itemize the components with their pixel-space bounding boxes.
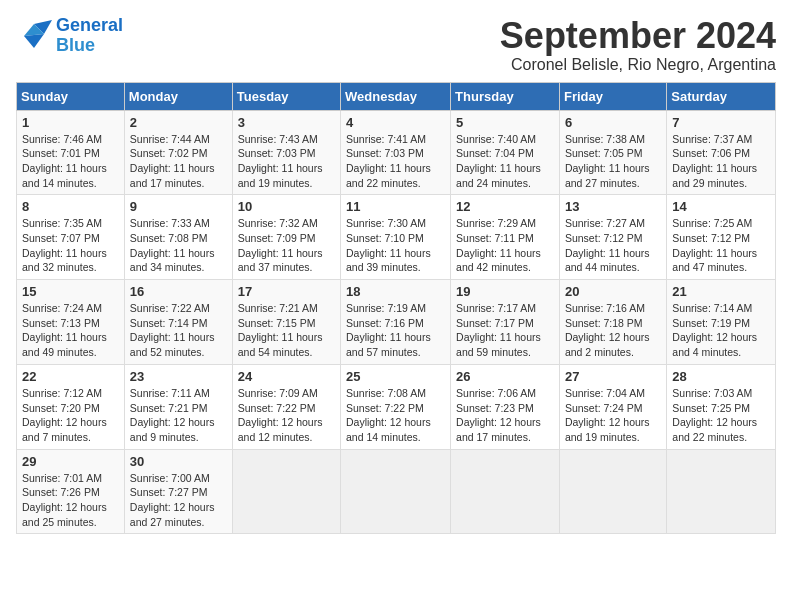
day-number: 8 xyxy=(22,199,119,214)
calendar-cell: 3 Sunrise: 7:43 AMSunset: 7:03 PMDayligh… xyxy=(232,110,340,195)
day-info: Sunrise: 7:35 AMSunset: 7:07 PMDaylight:… xyxy=(22,216,119,275)
day-number: 4 xyxy=(346,115,445,130)
col-friday: Friday xyxy=(559,82,666,110)
calendar-cell: 21 Sunrise: 7:14 AMSunset: 7:19 PMDaylig… xyxy=(667,280,776,365)
day-number: 10 xyxy=(238,199,335,214)
day-number: 2 xyxy=(130,115,227,130)
calendar-cell xyxy=(232,449,340,534)
col-thursday: Thursday xyxy=(451,82,560,110)
calendar-cell: 5 Sunrise: 7:40 AMSunset: 7:04 PMDayligh… xyxy=(451,110,560,195)
calendar-cell: 23 Sunrise: 7:11 AMSunset: 7:21 PMDaylig… xyxy=(124,364,232,449)
day-info: Sunrise: 7:40 AMSunset: 7:04 PMDaylight:… xyxy=(456,132,554,191)
day-number: 20 xyxy=(565,284,661,299)
calendar-cell: 9 Sunrise: 7:33 AMSunset: 7:08 PMDayligh… xyxy=(124,195,232,280)
calendar-cell: 8 Sunrise: 7:35 AMSunset: 7:07 PMDayligh… xyxy=(17,195,125,280)
day-number: 1 xyxy=(22,115,119,130)
day-info: Sunrise: 7:19 AMSunset: 7:16 PMDaylight:… xyxy=(346,301,445,360)
calendar-cell xyxy=(559,449,666,534)
svg-marker-2 xyxy=(24,34,44,48)
day-info: Sunrise: 7:17 AMSunset: 7:17 PMDaylight:… xyxy=(456,301,554,360)
day-info: Sunrise: 7:38 AMSunset: 7:05 PMDaylight:… xyxy=(565,132,661,191)
day-number: 6 xyxy=(565,115,661,130)
day-info: Sunrise: 7:43 AMSunset: 7:03 PMDaylight:… xyxy=(238,132,335,191)
day-info: Sunrise: 7:22 AMSunset: 7:14 PMDaylight:… xyxy=(130,301,227,360)
calendar-subtitle: Coronel Belisle, Rio Negro, Argentina xyxy=(500,56,776,74)
day-number: 9 xyxy=(130,199,227,214)
day-number: 7 xyxy=(672,115,770,130)
calendar-cell: 7 Sunrise: 7:37 AMSunset: 7:06 PMDayligh… xyxy=(667,110,776,195)
day-info: Sunrise: 7:03 AMSunset: 7:25 PMDaylight:… xyxy=(672,386,770,445)
day-number: 22 xyxy=(22,369,119,384)
calendar-cell xyxy=(451,449,560,534)
calendar-cell: 11 Sunrise: 7:30 AMSunset: 7:10 PMDaylig… xyxy=(341,195,451,280)
calendar-cell: 4 Sunrise: 7:41 AMSunset: 7:03 PMDayligh… xyxy=(341,110,451,195)
day-info: Sunrise: 7:33 AMSunset: 7:08 PMDaylight:… xyxy=(130,216,227,275)
calendar-table: Sunday Monday Tuesday Wednesday Thursday… xyxy=(16,82,776,535)
day-number: 14 xyxy=(672,199,770,214)
calendar-cell: 24 Sunrise: 7:09 AMSunset: 7:22 PMDaylig… xyxy=(232,364,340,449)
day-info: Sunrise: 7:04 AMSunset: 7:24 PMDaylight:… xyxy=(565,386,661,445)
day-info: Sunrise: 7:21 AMSunset: 7:15 PMDaylight:… xyxy=(238,301,335,360)
day-number: 26 xyxy=(456,369,554,384)
calendar-title: September 2024 xyxy=(500,16,776,56)
calendar-cell: 15 Sunrise: 7:24 AMSunset: 7:13 PMDaylig… xyxy=(17,280,125,365)
calendar-cell: 13 Sunrise: 7:27 AMSunset: 7:12 PMDaylig… xyxy=(559,195,666,280)
calendar-cell: 17 Sunrise: 7:21 AMSunset: 7:15 PMDaylig… xyxy=(232,280,340,365)
day-number: 23 xyxy=(130,369,227,384)
calendar-cell: 30 Sunrise: 7:00 AMSunset: 7:27 PMDaylig… xyxy=(124,449,232,534)
day-info: Sunrise: 7:12 AMSunset: 7:20 PMDaylight:… xyxy=(22,386,119,445)
day-number: 27 xyxy=(565,369,661,384)
logo-icon xyxy=(16,20,52,52)
calendar-cell: 20 Sunrise: 7:16 AMSunset: 7:18 PMDaylig… xyxy=(559,280,666,365)
day-info: Sunrise: 7:29 AMSunset: 7:11 PMDaylight:… xyxy=(456,216,554,275)
calendar-cell: 28 Sunrise: 7:03 AMSunset: 7:25 PMDaylig… xyxy=(667,364,776,449)
day-info: Sunrise: 7:32 AMSunset: 7:09 PMDaylight:… xyxy=(238,216,335,275)
calendar-week-5: 29 Sunrise: 7:01 AMSunset: 7:26 PMDaylig… xyxy=(17,449,776,534)
day-number: 11 xyxy=(346,199,445,214)
col-monday: Monday xyxy=(124,82,232,110)
calendar-week-1: 1 Sunrise: 7:46 AMSunset: 7:01 PMDayligh… xyxy=(17,110,776,195)
calendar-week-4: 22 Sunrise: 7:12 AMSunset: 7:20 PMDaylig… xyxy=(17,364,776,449)
day-info: Sunrise: 7:14 AMSunset: 7:19 PMDaylight:… xyxy=(672,301,770,360)
day-number: 24 xyxy=(238,369,335,384)
calendar-week-2: 8 Sunrise: 7:35 AMSunset: 7:07 PMDayligh… xyxy=(17,195,776,280)
day-number: 3 xyxy=(238,115,335,130)
calendar-cell: 25 Sunrise: 7:08 AMSunset: 7:22 PMDaylig… xyxy=(341,364,451,449)
day-info: Sunrise: 7:09 AMSunset: 7:22 PMDaylight:… xyxy=(238,386,335,445)
day-info: Sunrise: 7:16 AMSunset: 7:18 PMDaylight:… xyxy=(565,301,661,360)
day-info: Sunrise: 7:01 AMSunset: 7:26 PMDaylight:… xyxy=(22,471,119,530)
calendar-cell: 14 Sunrise: 7:25 AMSunset: 7:12 PMDaylig… xyxy=(667,195,776,280)
calendar-cell: 1 Sunrise: 7:46 AMSunset: 7:01 PMDayligh… xyxy=(17,110,125,195)
page-header: General Blue September 2024 Coronel Beli… xyxy=(16,16,776,74)
col-tuesday: Tuesday xyxy=(232,82,340,110)
day-number: 17 xyxy=(238,284,335,299)
calendar-cell xyxy=(667,449,776,534)
calendar-cell: 22 Sunrise: 7:12 AMSunset: 7:20 PMDaylig… xyxy=(17,364,125,449)
day-info: Sunrise: 7:37 AMSunset: 7:06 PMDaylight:… xyxy=(672,132,770,191)
calendar-cell: 10 Sunrise: 7:32 AMSunset: 7:09 PMDaylig… xyxy=(232,195,340,280)
calendar-cell: 12 Sunrise: 7:29 AMSunset: 7:11 PMDaylig… xyxy=(451,195,560,280)
day-info: Sunrise: 7:06 AMSunset: 7:23 PMDaylight:… xyxy=(456,386,554,445)
day-number: 25 xyxy=(346,369,445,384)
calendar-week-3: 15 Sunrise: 7:24 AMSunset: 7:13 PMDaylig… xyxy=(17,280,776,365)
logo-text: General Blue xyxy=(56,16,123,56)
calendar-cell: 6 Sunrise: 7:38 AMSunset: 7:05 PMDayligh… xyxy=(559,110,666,195)
day-info: Sunrise: 7:41 AMSunset: 7:03 PMDaylight:… xyxy=(346,132,445,191)
day-number: 13 xyxy=(565,199,661,214)
day-number: 5 xyxy=(456,115,554,130)
calendar-cell: 16 Sunrise: 7:22 AMSunset: 7:14 PMDaylig… xyxy=(124,280,232,365)
calendar-cell xyxy=(341,449,451,534)
day-number: 18 xyxy=(346,284,445,299)
day-info: Sunrise: 7:11 AMSunset: 7:21 PMDaylight:… xyxy=(130,386,227,445)
col-wednesday: Wednesday xyxy=(341,82,451,110)
day-info: Sunrise: 7:08 AMSunset: 7:22 PMDaylight:… xyxy=(346,386,445,445)
day-info: Sunrise: 7:27 AMSunset: 7:12 PMDaylight:… xyxy=(565,216,661,275)
day-info: Sunrise: 7:24 AMSunset: 7:13 PMDaylight:… xyxy=(22,301,119,360)
day-number: 29 xyxy=(22,454,119,469)
title-block: September 2024 Coronel Belisle, Rio Negr… xyxy=(500,16,776,74)
calendar-cell: 27 Sunrise: 7:04 AMSunset: 7:24 PMDaylig… xyxy=(559,364,666,449)
calendar-header-row: Sunday Monday Tuesday Wednesday Thursday… xyxy=(17,82,776,110)
calendar-cell: 19 Sunrise: 7:17 AMSunset: 7:17 PMDaylig… xyxy=(451,280,560,365)
day-number: 15 xyxy=(22,284,119,299)
day-number: 16 xyxy=(130,284,227,299)
